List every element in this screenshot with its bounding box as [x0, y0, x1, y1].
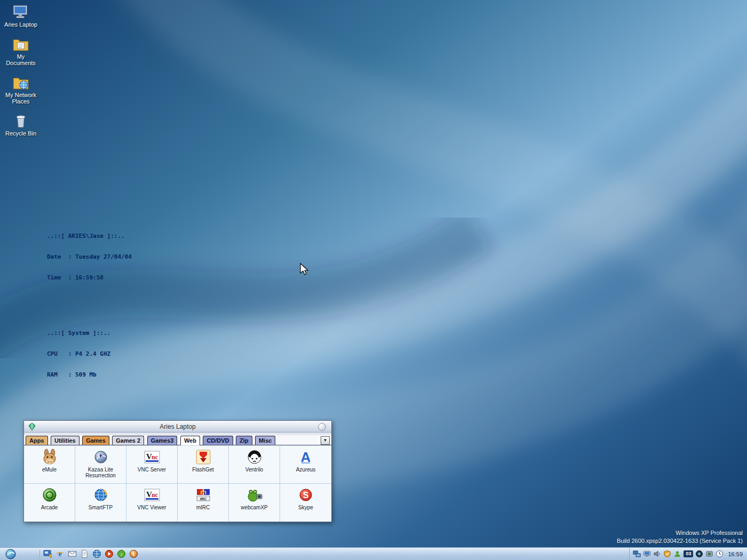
desktop-icon-label: My Documents: [3, 53, 38, 66]
documents-folder-icon: [12, 35, 30, 52]
sysmon-line: CPU : P4 2.4 GHZ: [47, 350, 139, 357]
desktop-icon-column: Aries Laptop My Documents My Network Pla…: [3, 3, 41, 144]
smartftp-icon: [92, 486, 109, 503]
skype-icon: S: [297, 486, 314, 503]
webcamxp-icon: [246, 486, 263, 503]
quick-launch-bar: e ♪: [43, 549, 138, 558]
network-places-icon: [12, 74, 30, 91]
desktop-icon-label: My Network Places: [3, 92, 38, 105]
sysmon-section-user: ..::[ ARIES\Jase ]::.. Date : Tuesday 27…: [47, 219, 139, 295]
vnc-icon: Vnc: [144, 486, 161, 503]
windows-version-text: Windows XP Professional Build 2600.xpsp2…: [617, 529, 743, 545]
sysmon-line: Time : 16:59:58: [47, 274, 139, 281]
cpu-temp-badge[interactable]: 03: [684, 550, 693, 557]
media-player-icon[interactable]: [105, 549, 114, 558]
antivirus-icon[interactable]: [663, 550, 671, 558]
launcher-app-mirc[interactable]: mIRC mIRC: [178, 484, 229, 522]
volume-icon[interactable]: [653, 550, 661, 558]
vnc-icon: Vnc: [144, 449, 161, 466]
launcher-app-kazaa-lite[interactable]: Kazaa Lite Resurrection: [75, 446, 126, 484]
gpu-icon[interactable]: [705, 550, 713, 558]
svg-text:♪: ♪: [120, 551, 123, 557]
clock-icon[interactable]: [716, 550, 724, 558]
desktop: Aries Laptop My Documents My Network Pla…: [0, 0, 747, 560]
launcher-app-flashget[interactable]: FlashGet: [178, 446, 229, 484]
app-label: FlashGet: [178, 467, 228, 473]
desktop-icon-aries-laptop[interactable]: Aries Laptop: [3, 3, 38, 28]
kazaa-lite-icon: [92, 449, 109, 466]
app-label: Ventrilo: [229, 467, 280, 473]
show-desktop-icon[interactable]: [43, 549, 52, 558]
taskbar-clock[interactable]: 16:59: [728, 551, 743, 557]
recycle-bin-icon: [12, 112, 30, 129]
svg-text:IRC: IRC: [200, 497, 206, 501]
display-icon[interactable]: [643, 550, 651, 558]
launcher-window: Aries Laptop Apps Utilities Games Games …: [23, 420, 332, 522]
app-label: VNC Server: [126, 467, 177, 473]
tab-cd-dvd[interactable]: CD/DVD: [203, 436, 233, 445]
flashget-icon: [195, 449, 212, 466]
desktop-icon-label: Recycle Bin: [3, 130, 38, 137]
gem-icon: [28, 423, 36, 430]
desktop-icon-my-network-places[interactable]: My Network Places: [3, 74, 38, 105]
emule-icon: [41, 449, 58, 466]
tab-zip[interactable]: Zip: [236, 436, 252, 445]
ventrilo-icon: [246, 449, 263, 466]
launcher-tab-strip: Apps Utilities Games Games 2 Games3 Web …: [24, 435, 331, 445]
svg-text:S: S: [303, 491, 309, 500]
browser-icon[interactable]: [92, 549, 101, 558]
mirc-icon: mIRC: [195, 486, 212, 503]
tab-web-active[interactable]: Web: [180, 436, 200, 445]
tab-games-2[interactable]: Games 2: [112, 436, 144, 445]
launcher-app-skype[interactable]: S Skype: [280, 484, 331, 522]
svg-text:m: m: [200, 488, 206, 496]
window-close-button[interactable]: [318, 423, 326, 431]
app-label: Skype: [280, 505, 331, 510]
launcher-app-webcamxp[interactable]: webcamXP: [229, 484, 280, 522]
launcher-app-arcade[interactable]: Arcade: [24, 484, 75, 522]
winamp-icon[interactable]: [129, 549, 138, 558]
computer-icon: [12, 3, 30, 20]
launcher-title: Aries Laptop: [160, 423, 195, 430]
tab-games3[interactable]: Games3: [147, 436, 178, 445]
launcher-app-vnc-viewer[interactable]: Vnc VNC Viewer: [126, 484, 178, 522]
launcher-app-smartftp[interactable]: SmartFTP: [75, 484, 126, 522]
sysmon-header: ..::[ System ]::..: [47, 330, 139, 337]
messenger-icon[interactable]: [673, 550, 681, 558]
app-label: VNC Viewer: [126, 505, 177, 510]
launcher-titlebar[interactable]: Aries Laptop: [24, 421, 331, 433]
internet-explorer-icon[interactable]: e: [55, 549, 65, 558]
mail-icon[interactable]: [68, 549, 77, 558]
app-label: Arcade: [24, 505, 75, 510]
launcher-app-vnc-server[interactable]: Vnc VNC Server: [126, 446, 178, 484]
network-icon[interactable]: [633, 550, 641, 558]
app-label: mIRC: [178, 505, 228, 510]
firewall-icon[interactable]: [695, 550, 703, 558]
desktop-icon-label: Aries Laptop: [3, 21, 38, 28]
sysmon-header: ..::[ ARIES\Jase ]::..: [47, 233, 139, 239]
music-player-icon[interactable]: ♪: [117, 549, 126, 558]
svg-text:e: e: [58, 550, 61, 558]
tab-apps[interactable]: Apps: [26, 436, 48, 445]
windows-version-line1: Windows XP Professional: [617, 529, 743, 537]
app-label: webcamXP: [229, 505, 280, 510]
documents-icon[interactable]: [80, 549, 89, 558]
launcher-app-ventrilo[interactable]: Ventrilo: [229, 446, 280, 484]
start-button[interactable]: [5, 549, 16, 559]
svg-text:nc: nc: [152, 453, 158, 461]
tab-overflow-button[interactable]: ▼: [321, 436, 330, 445]
tab-games[interactable]: Games: [82, 436, 109, 445]
arcade-icon: [41, 486, 58, 503]
tab-misc[interactable]: Misc: [255, 436, 275, 445]
svg-text:nc: nc: [152, 491, 158, 499]
taskbar: e ♪: [0, 547, 747, 560]
tab-utilities[interactable]: Utilities: [51, 436, 80, 445]
app-label: Kazaa Lite Resurrection: [75, 467, 126, 478]
launcher-app-emule[interactable]: eMule: [24, 446, 75, 484]
app-label: SmartFTP: [75, 505, 126, 510]
app-label: Azureus: [280, 467, 331, 473]
sysmon-line: RAM : 509 Mb: [47, 371, 139, 378]
desktop-icon-recycle-bin[interactable]: Recycle Bin: [3, 112, 38, 137]
launcher-app-azureus[interactable]: A Azureus: [280, 446, 331, 484]
desktop-icon-my-documents[interactable]: My Documents: [3, 35, 38, 66]
